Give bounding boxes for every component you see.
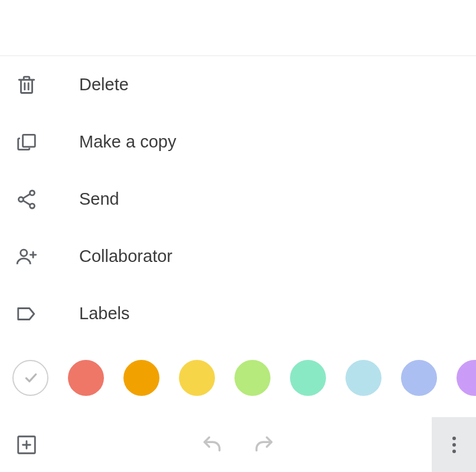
menu-label-delete: Delete [79, 75, 129, 94]
svg-point-1 [30, 190, 35, 195]
more-vertical-icon [452, 436, 457, 454]
color-swatch-yellow[interactable] [179, 360, 215, 396]
undo-icon [201, 432, 223, 457]
color-swatch-teal[interactable] [290, 360, 326, 396]
menu-item-delete[interactable]: Delete [0, 56, 476, 113]
person-add-icon [15, 245, 38, 268]
color-swatch-coral[interactable] [68, 360, 104, 396]
add-button[interactable] [15, 434, 38, 456]
menu-item-collaborator[interactable]: Collaborator [0, 228, 476, 285]
color-swatch-lightblue[interactable] [345, 360, 382, 396]
menu-label-send: Send [79, 189, 119, 209]
menu-label-labels: Labels [79, 304, 129, 323]
menu-item-send[interactable]: Send [0, 171, 476, 228]
svg-point-4 [21, 250, 27, 256]
menu-item-copy[interactable]: Make a copy [0, 113, 476, 171]
svg-point-7 [452, 443, 456, 447]
trash-icon [15, 74, 38, 96]
menu-label-copy: Make a copy [79, 132, 176, 152]
svg-point-2 [19, 197, 24, 202]
context-menu-sheet: Delete Make a copy Send [0, 56, 476, 412]
svg-point-3 [30, 204, 35, 208]
check-icon [23, 371, 38, 386]
label-icon [15, 303, 38, 325]
bottom-toolbar [0, 417, 476, 472]
color-swatch-purple[interactable] [457, 360, 476, 396]
plus-box-icon [15, 434, 38, 456]
svg-rect-0 [23, 135, 35, 147]
redo-icon [253, 432, 275, 457]
more-options-button[interactable] [432, 417, 476, 472]
redo-button[interactable] [253, 434, 275, 456]
menu-item-labels[interactable]: Labels [0, 285, 476, 342]
color-swatch-orange[interactable] [123, 360, 159, 396]
svg-point-6 [452, 437, 456, 440]
color-picker-row [0, 342, 476, 412]
svg-point-8 [452, 450, 456, 453]
top-spacer [0, 0, 476, 56]
copy-icon [15, 131, 38, 153]
color-swatch-green[interactable] [234, 360, 270, 396]
share-icon [15, 188, 38, 211]
color-swatch-blue[interactable] [401, 360, 437, 396]
menu-label-collaborator: Collaborator [79, 247, 172, 266]
color-swatch-white[interactable] [12, 360, 48, 396]
undo-button[interactable] [201, 434, 223, 456]
